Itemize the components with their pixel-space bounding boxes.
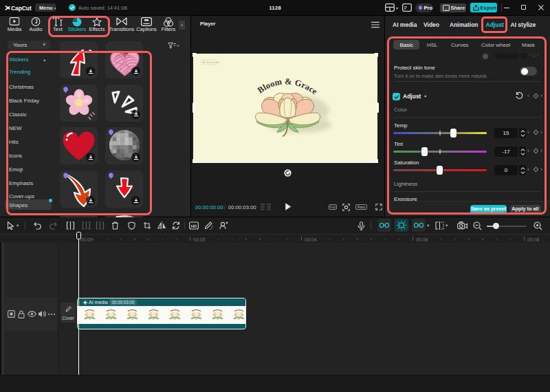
svg-text:HD: HD — [191, 224, 197, 228]
svg-text:AI Generated: AI Generated — [203, 61, 221, 64]
